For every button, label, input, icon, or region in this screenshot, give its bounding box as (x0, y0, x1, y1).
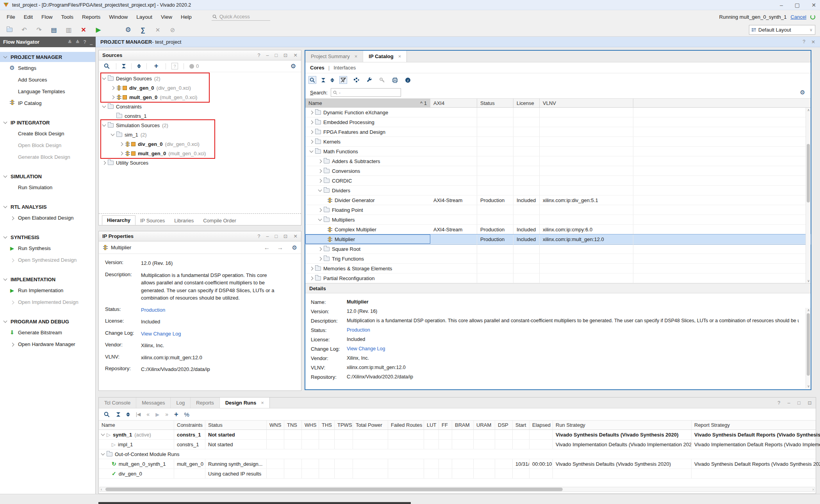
run-column-name[interactable]: Name (99, 421, 174, 429)
property-value[interactable]: Production (141, 306, 282, 314)
minimize-panel-icon[interactable]: – (266, 53, 269, 58)
flow-item-add-sources[interactable]: Add Sources (0, 74, 95, 85)
catalog-row[interactable]: Math Functions (305, 147, 811, 156)
menu-layout[interactable]: Layout (132, 12, 157, 21)
chip-icon[interactable] (391, 76, 399, 84)
menu-edit[interactable]: Edit (20, 12, 37, 21)
add-ip-icon[interactable] (352, 76, 360, 84)
run-column-status[interactable]: Status (205, 421, 267, 429)
settings-gear-icon[interactable]: ⚙ (800, 89, 805, 96)
design-run-row[interactable]: Out-of-Context Module Runs (99, 449, 816, 459)
run-column-report-strategy[interactable]: Report Strategy (692, 421, 820, 429)
column-header-axi4[interactable]: AXI4 (430, 99, 477, 107)
ip-properties-header[interactable]: IP Properties ? – □ ⊡ ✕ (99, 231, 301, 241)
help-icon[interactable]: ? (803, 39, 806, 44)
settings-gear-icon[interactable]: ⚙ (125, 26, 131, 34)
chevron-right-icon[interactable] (119, 151, 123, 155)
run-column-lut[interactable]: LUT (424, 421, 439, 429)
help-icon[interactable]: ? (258, 234, 260, 239)
catalog-row[interactable]: Trig Functions (305, 254, 811, 264)
run-column-whs[interactable]: WHS (302, 421, 319, 429)
menu-help[interactable]: Help (176, 12, 196, 21)
tab-compile-order[interactable]: Compile Order (198, 216, 241, 225)
catalog-row[interactable]: Floating Point (305, 205, 811, 215)
chevron-down-icon[interactable] (4, 204, 7, 208)
percent-utilization-icon[interactable]: % (184, 411, 189, 418)
tab-design-runs[interactable]: Design Runs× (220, 398, 270, 408)
tab-ip-sources[interactable]: IP Sources (135, 216, 169, 225)
toolbar-open-project[interactable] (5, 26, 13, 34)
layout-selector[interactable]: Default Layout ∨ (749, 25, 815, 35)
subtab-interfaces[interactable]: Interfaces (333, 65, 356, 71)
flow-item-run-implementation[interactable]: ▶Run Implementation (0, 284, 95, 296)
chevron-down-icon[interactable] (318, 188, 322, 192)
menu-window[interactable]: Window (105, 12, 132, 21)
column-header-status[interactable]: Status (477, 99, 513, 107)
maximize-panel-icon[interactable]: □ (797, 400, 800, 406)
chevron-right-icon[interactable] (310, 120, 314, 124)
menu-view[interactable]: View (157, 12, 176, 21)
chevron-right-icon[interactable] (318, 257, 322, 261)
chevron-right-icon[interactable] (310, 276, 314, 280)
run-column-tns[interactable]: TNS (284, 421, 302, 429)
wrench-icon[interactable] (365, 76, 373, 84)
collapse-all-icon[interactable] (116, 412, 120, 417)
close-tab-icon[interactable]: × (398, 53, 401, 59)
run-icon[interactable]: ▶ (96, 26, 101, 34)
tree-row[interactable]: mult_gen_0 (mult_gen_0.xci) (99, 92, 301, 102)
collapse-all-icon[interactable] (321, 78, 325, 82)
flow-item-create-block-design[interactable]: Create Block Design (0, 128, 95, 139)
float-panel-icon[interactable]: ⊡ (283, 52, 287, 58)
chevron-down-icon[interactable] (101, 432, 105, 436)
chevron-down-icon[interactable] (4, 174, 7, 178)
toolbar-delete[interactable]: ✕ (80, 26, 87, 34)
flow-section-header-implementation[interactable]: IMPLEMENTATION (0, 274, 95, 284)
flow-item-open-hardware-manager[interactable]: Open Hardware Manager (0, 338, 95, 350)
chevron-right-icon[interactable] (10, 258, 14, 262)
collapse-all-icon[interactable] (122, 64, 126, 68)
maximize-panel-icon[interactable]: □ (275, 234, 278, 239)
toolbar-redo[interactable]: ↷ (35, 26, 43, 34)
catalog-row[interactable]: Adders & Subtracters (305, 156, 811, 166)
details-vertical-scrollbar[interactable]: ∧ ∨ (806, 308, 811, 389)
column-header-name[interactable]: Name^ 1 (305, 99, 430, 107)
catalog-row[interactable]: FPGA Features and Design (305, 127, 811, 137)
help-icon[interactable]: ? (258, 53, 260, 58)
toolbar-generate-bitstream[interactable] (109, 26, 117, 34)
tab-messages[interactable]: Messages (136, 398, 171, 408)
tree-row[interactable]: Utility Sources (99, 158, 301, 167)
chevron-down-icon[interactable] (4, 235, 7, 239)
menu-reports[interactable]: Reports (78, 12, 105, 21)
chevron-down-icon[interactable] (4, 55, 7, 59)
filter-icon[interactable] (339, 76, 347, 84)
toolbar-settings[interactable]: ⚙ (124, 26, 132, 34)
close-context-icon[interactable]: ✕ (811, 39, 815, 45)
chevron-right-icon[interactable] (310, 266, 314, 270)
chevron-down-icon[interactable] (102, 104, 106, 108)
chevron-right-icon[interactable] (102, 161, 106, 165)
flow-item-ip-catalog[interactable]: IP Catalog (0, 97, 95, 109)
chevron-right-icon[interactable] (310, 140, 314, 144)
design-run-row[interactable]: ↻mult_gen_0_synth_1mult_gen_0Running syn… (99, 459, 816, 469)
design-run-row[interactable]: ✓div_gen_0Using cached IP results (99, 469, 816, 479)
float-panel-icon[interactable]: ⊡ (808, 400, 812, 406)
sources-panel-header[interactable]: Sources ? – □ ⊡ ✕ (99, 50, 301, 60)
tab-project-summary[interactable]: Project Summary× (305, 51, 363, 62)
flow-item-open-elaborated-design[interactable]: Open Elaborated Design (0, 212, 95, 224)
delete-icon[interactable]: ✕ (81, 26, 86, 34)
close-tab-icon[interactable]: × (355, 53, 358, 59)
chevron-right-icon[interactable] (10, 216, 14, 220)
flow-section-header-synthesis[interactable]: SYNTHESIS (0, 232, 95, 242)
add-sources-icon[interactable]: + (152, 62, 160, 70)
tab-tcl-console[interactable]: Tcl Console (99, 398, 136, 408)
detail-value[interactable]: View Change Log (347, 346, 385, 351)
maximize-button[interactable]: ▢ (795, 2, 800, 8)
expand-all-icon[interactable] (330, 78, 334, 82)
chevron-down-icon[interactable] (4, 120, 7, 124)
chevron-right-icon[interactable] (318, 247, 322, 251)
flow-section-header-project-manager[interactable]: PROJECT MANAGER (0, 52, 95, 62)
design-run-row[interactable]: ▷impl_1constrs_1Not startedVivado Implem… (99, 440, 816, 449)
catalog-row[interactable]: Multipliers (305, 215, 811, 225)
property-value[interactable]: View Change Log (141, 330, 282, 338)
chevron-right-icon[interactable] (318, 179, 322, 183)
